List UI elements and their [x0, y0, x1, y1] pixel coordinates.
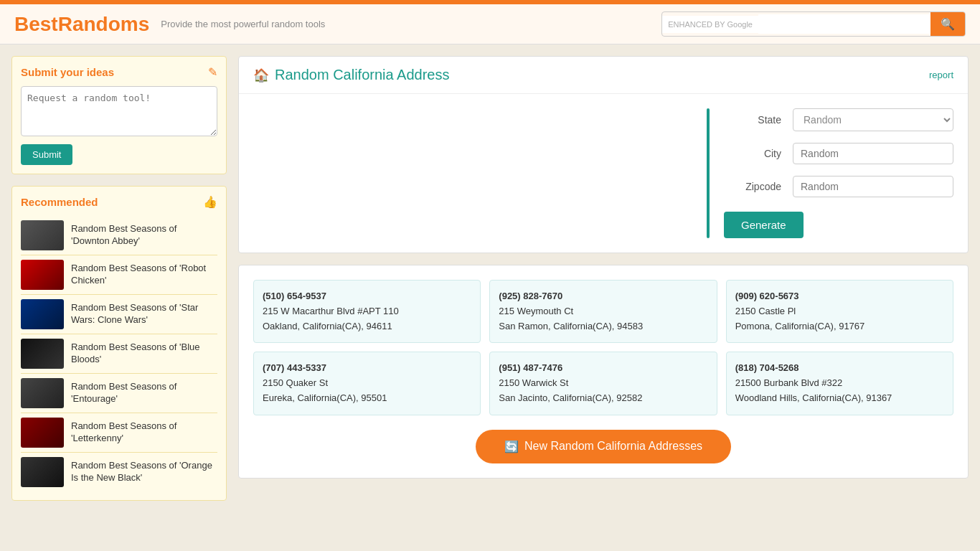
address-street: 215 Weymouth Ct [499, 304, 707, 319]
thumbs-up-icon: 👍 [203, 195, 217, 209]
list-item[interactable]: Random Best Seasons of 'Downton Abbey' [21, 216, 217, 255]
rec-thumbnail [21, 220, 64, 250]
rec-label: Random Best Seasons of 'Orange Is the Ne… [71, 460, 217, 484]
card-header: 🏠 Random California Address report [239, 57, 968, 94]
city-input[interactable] [793, 143, 953, 164]
search-box: ENHANCED BY Google 🔍 [661, 11, 966, 37]
recommended-title: Recommended [21, 196, 98, 208]
submit-title: Submit your ideas [21, 66, 114, 78]
search-input[interactable] [758, 14, 930, 34]
list-item[interactable]: Random Best Seasons of 'Blue Bloods' [21, 334, 217, 374]
rec-thumbnail [21, 378, 64, 408]
zipcode-group: Zipcode [724, 176, 953, 197]
list-item[interactable]: Random Best Seasons of 'Entourage' [21, 374, 217, 413]
state-group: State RandomCaliforniaNew YorkTexasFlori… [724, 108, 953, 131]
address-phone: (510) 654-9537 [263, 289, 471, 304]
address-street: 215 W Macarthur Blvd #APT 110 [263, 304, 471, 319]
address-street: 21500 Burbank Blvd #322 [735, 376, 944, 391]
zipcode-input[interactable] [793, 176, 953, 197]
header: BestRandoms Provide the most powerful ra… [0, 4, 980, 44]
address-cell: (909) 620-5673 2150 Castle Pl Pomona, Ca… [726, 280, 953, 343]
list-item[interactable]: Random Best Seasons of 'Robot Chicken' [21, 255, 217, 295]
main-content: 🏠 Random California Address report State… [238, 56, 969, 512]
refresh-icon: 🔄 [504, 440, 519, 453]
recommended-header: Recommended 👍 [21, 195, 217, 209]
rec-label: Random Best Seasons of 'Downton Abbey' [71, 223, 217, 248]
rec-label: Random Best Seasons of 'Robot Chicken' [71, 263, 217, 287]
address-phone: (818) 704-5268 [735, 361, 944, 376]
new-button-label: New Random California Addresses [524, 440, 702, 453]
list-item[interactable]: Random Best Seasons of 'Letterkenny' [21, 413, 217, 453]
rec-thumbnail [21, 339, 64, 369]
new-addresses-button[interactable]: 🔄 New Random California Addresses [476, 430, 731, 463]
address-city-state: Eureka, California(CA), 95501 [263, 391, 471, 406]
search-icon: 🔍 [941, 18, 955, 30]
address-city-state: San Ramon, California(CA), 94583 [499, 319, 707, 334]
rec-label: Random Best Seasons of 'Blue Bloods' [71, 342, 217, 366]
google-label: ENHANCED BY Google [662, 16, 758, 33]
zipcode-label: Zipcode [724, 181, 781, 192]
address-city-state: Pomona, California(CA), 91767 [735, 319, 944, 334]
layout: Submit your ideas ✎ Submit Recommended 👍… [0, 44, 980, 524]
card-title: 🏠 Random California Address [253, 67, 449, 83]
address-phone: (925) 828-7670 [499, 289, 707, 304]
submit-button[interactable]: Submit [21, 144, 72, 165]
generator-card: 🏠 Random California Address report State… [238, 56, 969, 253]
address-cell: (707) 443-5337 2150 Quaker St Eureka, Ca… [253, 352, 481, 415]
list-item[interactable]: Random Best Seasons of 'Orange Is the Ne… [21, 453, 217, 491]
search-button[interactable]: 🔍 [930, 12, 965, 36]
address-phone: (707) 443-5337 [263, 361, 471, 376]
edit-icon: ✎ [208, 65, 217, 79]
rec-thumbnail [21, 457, 64, 487]
results-card: (510) 654-9537 215 W Macarthur Blvd #APT… [238, 265, 969, 479]
rec-thumbnail [21, 299, 64, 329]
address-phone: (909) 620-5673 [735, 289, 944, 304]
report-link[interactable]: report [929, 70, 953, 80]
address-city-state: San Jacinto, California(CA), 92582 [499, 391, 707, 406]
city-group: City [724, 143, 953, 164]
idea-textarea[interactable] [21, 86, 217, 136]
address-street: 2150 Castle Pl [735, 304, 944, 319]
recommended-section: Recommended 👍 Random Best Seasons of 'Do… [11, 186, 227, 501]
rec-thumbnail [21, 418, 64, 448]
state-label: State [724, 114, 781, 126]
tagline: Provide the most powerful random tools [161, 19, 650, 29]
state-select[interactable]: RandomCaliforniaNew YorkTexasFlorida [793, 108, 953, 131]
address-street: 2150 Warwick St [499, 376, 707, 391]
address-cell: (510) 654-9537 215 W Macarthur Blvd #APT… [253, 280, 481, 343]
results-grid: (510) 654-9537 215 W Macarthur Blvd #APT… [253, 280, 953, 415]
address-cell: (818) 704-5268 21500 Burbank Blvd #322 W… [726, 352, 953, 415]
address-cell: (925) 828-7670 215 Weymouth Ct San Ramon… [489, 280, 717, 343]
rec-label: Random Best Seasons of 'Entourage' [71, 381, 217, 405]
card-body: State RandomCaliforniaNew YorkTexasFlori… [239, 94, 968, 253]
submit-section: Submit your ideas ✎ Submit [11, 56, 227, 174]
form-area: State RandomCaliforniaNew YorkTexasFlori… [724, 108, 953, 238]
recommended-list: Random Best Seasons of 'Downton Abbey' R… [21, 216, 217, 491]
address-phone: (951) 487-7476 [499, 361, 707, 376]
city-label: City [724, 148, 781, 159]
list-item[interactable]: Random Best Seasons of 'Star Wars: Clone… [21, 295, 217, 334]
home-icon: 🏠 [253, 67, 269, 83]
address-city-state: Oakland, California(CA), 94611 [263, 319, 471, 334]
rec-label: Random Best Seasons of 'Star Wars: Clone… [71, 302, 217, 326]
rec-label: Random Best Seasons of 'Letterkenny' [71, 420, 217, 445]
generate-button[interactable]: Generate [724, 212, 804, 238]
submit-section-header: Submit your ideas ✎ [21, 65, 217, 79]
form-divider [707, 108, 710, 238]
address-cell: (951) 487-7476 2150 Warwick St San Jacin… [489, 352, 717, 415]
address-city-state: Woodland Hills, California(CA), 91367 [735, 391, 944, 406]
logo: BestRandoms [14, 13, 149, 36]
page-title: Random California Address [275, 67, 449, 83]
address-street: 2150 Quaker St [263, 376, 471, 391]
sidebar: Submit your ideas ✎ Submit Recommended 👍… [11, 56, 227, 512]
rec-thumbnail [21, 260, 64, 290]
card-left [253, 108, 692, 238]
